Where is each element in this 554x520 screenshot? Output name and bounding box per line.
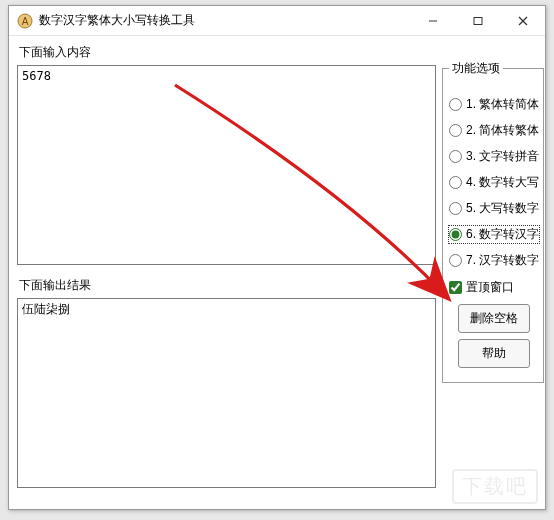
options-legend: 功能选项 xyxy=(449,60,503,77)
always-on-top-checkbox[interactable]: 置顶窗口 xyxy=(449,279,539,296)
option-radio-label: 7. 汉字转数字 xyxy=(466,252,539,269)
option-radio-label: 2. 简体转繁体 xyxy=(466,122,539,139)
option-radio-7[interactable]: 7. 汉字转数字 xyxy=(449,252,539,269)
help-button[interactable]: 帮助 xyxy=(458,339,530,368)
window-controls xyxy=(410,6,545,35)
option-radio-input-5[interactable] xyxy=(449,202,462,215)
right-pane: 功能选项 1. 繁体转简体2. 简体转繁体3. 文字转拼音4. 数字转大写5. … xyxy=(442,42,537,501)
left-pane: 下面输入内容 下面输出结果 xyxy=(17,42,436,501)
always-on-top-label: 置顶窗口 xyxy=(466,279,514,296)
option-radio-input-1[interactable] xyxy=(449,98,462,111)
option-radio-label: 3. 文字转拼音 xyxy=(466,148,539,165)
option-radio-input-6[interactable] xyxy=(449,228,462,241)
option-radio-4[interactable]: 4. 数字转大写 xyxy=(449,174,539,191)
strip-spaces-button[interactable]: 删除空格 xyxy=(458,304,530,333)
app-icon: A xyxy=(17,13,33,29)
app-window: A 数字汉字繁体大小写转换工具 下面输入内容 下面输出结果 功能选项 1. 繁体… xyxy=(8,5,546,510)
svg-text:A: A xyxy=(22,16,29,27)
option-radio-input-2[interactable] xyxy=(449,124,462,137)
option-radio-1[interactable]: 1. 繁体转简体 xyxy=(449,96,539,113)
option-radio-label: 5. 大写转数字 xyxy=(466,200,539,217)
output-label: 下面输出结果 xyxy=(19,277,436,294)
always-on-top-input[interactable] xyxy=(449,281,462,294)
option-radio-label: 4. 数字转大写 xyxy=(466,174,539,191)
close-button[interactable] xyxy=(500,6,545,35)
svg-rect-3 xyxy=(474,17,482,24)
option-radio-6[interactable]: 6. 数字转汉字 xyxy=(449,226,539,243)
option-radio-input-4[interactable] xyxy=(449,176,462,189)
maximize-button[interactable] xyxy=(455,6,500,35)
titlebar[interactable]: A 数字汉字繁体大小写转换工具 xyxy=(9,6,545,36)
output-textarea[interactable] xyxy=(17,298,436,488)
option-radio-2[interactable]: 2. 简体转繁体 xyxy=(449,122,539,139)
option-radio-label: 1. 繁体转简体 xyxy=(466,96,539,113)
client-area: 下面输入内容 下面输出结果 功能选项 1. 繁体转简体2. 简体转繁体3. 文字… xyxy=(9,36,545,509)
option-radio-input-3[interactable] xyxy=(449,150,462,163)
window-title: 数字汉字繁体大小写转换工具 xyxy=(39,12,410,29)
minimize-button[interactable] xyxy=(410,6,455,35)
option-radio-label: 6. 数字转汉字 xyxy=(466,226,539,243)
input-textarea[interactable] xyxy=(17,65,436,265)
option-radio-5[interactable]: 5. 大写转数字 xyxy=(449,200,539,217)
input-label: 下面输入内容 xyxy=(19,44,436,61)
option-radio-3[interactable]: 3. 文字转拼音 xyxy=(449,148,539,165)
option-radio-input-7[interactable] xyxy=(449,254,462,267)
options-group: 功能选项 1. 繁体转简体2. 简体转繁体3. 文字转拼音4. 数字转大写5. … xyxy=(442,60,544,383)
